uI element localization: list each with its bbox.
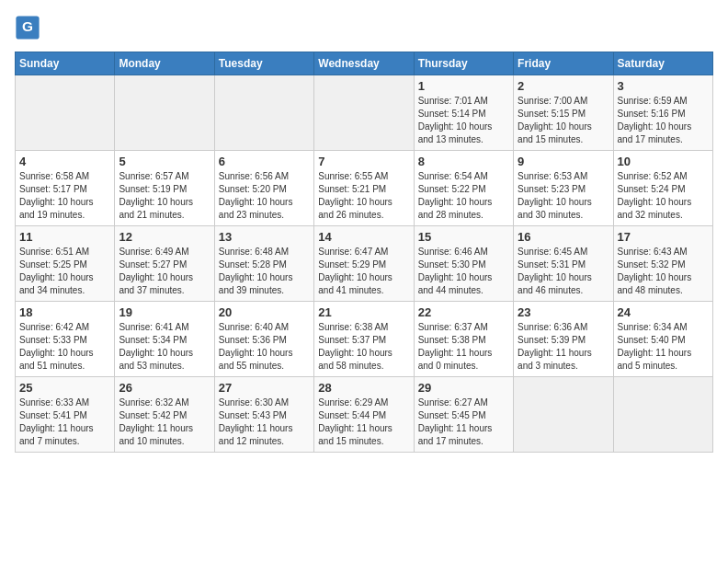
day-cell: 16Sunrise: 6:45 AMSunset: 5:31 PMDayligh… — [514, 226, 613, 302]
day-info: Sunrise: 6:34 AMSunset: 5:40 PMDaylight:… — [618, 321, 709, 373]
day-number: 16 — [518, 230, 609, 244]
day-number: 5 — [119, 155, 210, 168]
week-row-4: 25Sunrise: 6:33 AMSunset: 5:41 PMDayligh… — [16, 377, 713, 453]
day-info: Sunrise: 6:46 AMSunset: 5:30 PMDaylight:… — [418, 246, 509, 297]
day-cell: 5Sunrise: 6:57 AMSunset: 5:19 PMDaylight… — [115, 151, 214, 226]
day-cell: 11Sunrise: 6:51 AMSunset: 5:25 PMDayligh… — [16, 226, 115, 302]
day-number: 27 — [219, 381, 310, 395]
day-number: 15 — [418, 230, 509, 244]
day-cell: 29Sunrise: 6:27 AMSunset: 5:45 PMDayligh… — [414, 377, 513, 453]
day-info: Sunrise: 6:29 AMSunset: 5:44 PMDaylight:… — [318, 396, 409, 448]
day-cell: 17Sunrise: 6:43 AMSunset: 5:32 PMDayligh… — [613, 226, 712, 302]
day-cell: 7Sunrise: 6:55 AMSunset: 5:21 PMDaylight… — [314, 151, 414, 226]
day-header-monday: Monday — [115, 52, 214, 75]
day-number: 1 — [418, 79, 509, 93]
day-number: 3 — [618, 79, 709, 93]
day-number: 4 — [19, 155, 110, 168]
day-header-thursday: Thursday — [414, 52, 513, 75]
day-header-sunday: Sunday — [16, 52, 115, 75]
day-cell — [314, 75, 414, 151]
day-number: 18 — [19, 305, 110, 319]
day-info: Sunrise: 7:01 AMSunset: 5:14 PMDaylight:… — [418, 95, 509, 146]
day-cell: 23Sunrise: 6:36 AMSunset: 5:39 PMDayligh… — [514, 302, 613, 377]
day-info: Sunrise: 6:36 AMSunset: 5:39 PMDaylight:… — [518, 321, 609, 373]
week-row-3: 18Sunrise: 6:42 AMSunset: 5:33 PMDayligh… — [16, 302, 713, 377]
day-cell: 4Sunrise: 6:58 AMSunset: 5:17 PMDaylight… — [16, 151, 115, 226]
day-cell: 26Sunrise: 6:32 AMSunset: 5:42 PMDayligh… — [115, 377, 214, 453]
day-number: 9 — [518, 155, 609, 168]
day-cell: 8Sunrise: 6:54 AMSunset: 5:22 PMDaylight… — [414, 151, 513, 226]
day-number: 11 — [19, 230, 110, 244]
day-cell: 1Sunrise: 7:01 AMSunset: 5:14 PMDaylight… — [414, 75, 513, 151]
day-info: Sunrise: 6:54 AMSunset: 5:22 PMDaylight:… — [418, 170, 509, 222]
day-number: 21 — [318, 305, 409, 319]
calendar-header-row: SundayMondayTuesdayWednesdayThursdayFrid… — [16, 52, 713, 75]
day-info: Sunrise: 6:48 AMSunset: 5:28 PMDaylight:… — [219, 246, 310, 297]
day-cell: 28Sunrise: 6:29 AMSunset: 5:44 PMDayligh… — [314, 377, 414, 453]
day-number: 7 — [318, 155, 409, 168]
day-info: Sunrise: 6:51 AMSunset: 5:25 PMDaylight:… — [19, 246, 110, 297]
week-row-1: 4Sunrise: 6:58 AMSunset: 5:17 PMDaylight… — [16, 151, 713, 226]
day-cell: 21Sunrise: 6:38 AMSunset: 5:37 PMDayligh… — [314, 302, 414, 377]
day-cell — [514, 377, 613, 453]
day-cell — [613, 377, 712, 453]
day-cell: 25Sunrise: 6:33 AMSunset: 5:41 PMDayligh… — [16, 377, 115, 453]
day-number: 10 — [618, 155, 709, 168]
day-number: 28 — [318, 381, 409, 395]
day-cell: 24Sunrise: 6:34 AMSunset: 5:40 PMDayligh… — [613, 302, 712, 377]
day-number: 25 — [19, 381, 110, 395]
day-cell: 6Sunrise: 6:56 AMSunset: 5:20 PMDaylight… — [214, 151, 313, 226]
day-cell: 9Sunrise: 6:53 AMSunset: 5:23 PMDaylight… — [514, 151, 613, 226]
day-cell — [214, 75, 313, 151]
day-number: 24 — [618, 305, 709, 319]
logo: G — [15, 15, 44, 40]
day-cell: 10Sunrise: 6:52 AMSunset: 5:24 PMDayligh… — [613, 151, 712, 226]
day-info: Sunrise: 6:41 AMSunset: 5:34 PMDaylight:… — [119, 321, 210, 373]
day-info: Sunrise: 6:33 AMSunset: 5:41 PMDaylight:… — [19, 396, 110, 448]
day-number: 26 — [119, 381, 210, 395]
day-number: 17 — [618, 230, 709, 244]
day-info: Sunrise: 6:56 AMSunset: 5:20 PMDaylight:… — [219, 170, 310, 222]
day-number: 29 — [418, 381, 509, 395]
day-cell: 18Sunrise: 6:42 AMSunset: 5:33 PMDayligh… — [16, 302, 115, 377]
day-cell — [115, 75, 214, 151]
day-cell: 19Sunrise: 6:41 AMSunset: 5:34 PMDayligh… — [115, 302, 214, 377]
day-cell: 15Sunrise: 6:46 AMSunset: 5:30 PMDayligh… — [414, 226, 513, 302]
day-number: 6 — [219, 155, 310, 168]
logo-icon: G — [15, 15, 40, 40]
day-info: Sunrise: 6:27 AMSunset: 5:45 PMDaylight:… — [418, 396, 509, 448]
calendar-table: SundayMondayTuesdayWednesdayThursdayFrid… — [15, 52, 713, 453]
day-number: 20 — [219, 305, 310, 319]
day-info: Sunrise: 6:42 AMSunset: 5:33 PMDaylight:… — [19, 321, 110, 373]
day-info: Sunrise: 6:55 AMSunset: 5:21 PMDaylight:… — [318, 170, 409, 222]
day-info: Sunrise: 6:40 AMSunset: 5:36 PMDaylight:… — [219, 321, 310, 373]
day-cell: 14Sunrise: 6:47 AMSunset: 5:29 PMDayligh… — [314, 226, 414, 302]
week-row-2: 11Sunrise: 6:51 AMSunset: 5:25 PMDayligh… — [16, 226, 713, 302]
day-info: Sunrise: 6:37 AMSunset: 5:38 PMDaylight:… — [418, 321, 509, 373]
day-header-tuesday: Tuesday — [214, 52, 313, 75]
page-header: G — [15, 15, 713, 40]
day-info: Sunrise: 6:53 AMSunset: 5:23 PMDaylight:… — [518, 170, 609, 222]
day-info: Sunrise: 6:52 AMSunset: 5:24 PMDaylight:… — [618, 170, 709, 222]
day-info: Sunrise: 6:43 AMSunset: 5:32 PMDaylight:… — [618, 246, 709, 297]
day-info: Sunrise: 6:57 AMSunset: 5:19 PMDaylight:… — [119, 170, 210, 222]
day-info: Sunrise: 6:47 AMSunset: 5:29 PMDaylight:… — [318, 246, 409, 297]
day-cell: 3Sunrise: 6:59 AMSunset: 5:16 PMDaylight… — [613, 75, 712, 151]
day-cell: 27Sunrise: 6:30 AMSunset: 5:43 PMDayligh… — [214, 377, 313, 453]
day-info: Sunrise: 6:59 AMSunset: 5:16 PMDaylight:… — [618, 95, 709, 146]
day-info: Sunrise: 6:38 AMSunset: 5:37 PMDaylight:… — [318, 321, 409, 373]
day-number: 23 — [518, 305, 609, 319]
day-number: 8 — [418, 155, 509, 168]
day-header-friday: Friday — [514, 52, 613, 75]
day-number: 13 — [219, 230, 310, 244]
day-number: 14 — [318, 230, 409, 244]
day-number: 22 — [418, 305, 509, 319]
day-number: 2 — [518, 79, 609, 93]
day-number: 19 — [119, 305, 210, 319]
day-cell: 22Sunrise: 6:37 AMSunset: 5:38 PMDayligh… — [414, 302, 513, 377]
day-info: Sunrise: 7:00 AMSunset: 5:15 PMDaylight:… — [518, 95, 609, 146]
day-header-wednesday: Wednesday — [314, 52, 414, 75]
day-cell: 12Sunrise: 6:49 AMSunset: 5:27 PMDayligh… — [115, 226, 214, 302]
day-info: Sunrise: 6:32 AMSunset: 5:42 PMDaylight:… — [119, 396, 210, 448]
day-cell: 13Sunrise: 6:48 AMSunset: 5:28 PMDayligh… — [214, 226, 313, 302]
